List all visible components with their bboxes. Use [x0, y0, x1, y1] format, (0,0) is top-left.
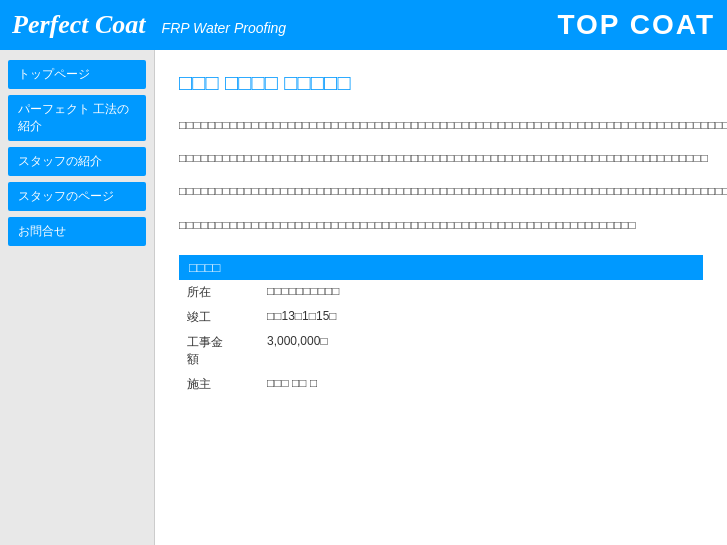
row-label: 竣工 — [179, 305, 239, 330]
row-value: 3,000,000□ — [259, 330, 703, 372]
row-label: 施主 — [179, 372, 239, 397]
paragraph-4: □□□□□□□□□□□□□□□□□□□□□□□□□□□□□□□□□□□□□□□□… — [179, 216, 703, 235]
sidebar: トップページ パーフェクト 工法の紹介 スタッフの紹介 スタッフのページ お問合… — [0, 50, 155, 545]
header: Perfect Coat FRP Water Proofing TOP COAT — [0, 0, 727, 50]
page-title: □□□ □□□□ □□□□□ — [179, 70, 703, 96]
paragraph-1: □□□□□□□□□□□□□□□□□□□□□□□□□□□□□□□□□□□□□□□□… — [179, 116, 703, 135]
sidebar-item-staffpage[interactable]: スタッフのページ — [8, 182, 146, 211]
layout: トップページ パーフェクト 工法の紹介 スタッフの紹介 スタッフのページ お問合… — [0, 50, 727, 545]
sidebar-item-contact[interactable]: お問合せ — [8, 217, 146, 246]
sidebar-item-top[interactable]: トップページ — [8, 60, 146, 89]
main-content: □□□ □□□□ □□□□□ □□□□□□□□□□□□□□□□□□□□□□□□□… — [155, 50, 727, 545]
table-row: 所在 □□□□□□□□□□ — [179, 280, 703, 305]
site-subtitle: FRP Water Proofing — [162, 20, 287, 36]
top-coat-label: TOP COAT — [557, 9, 715, 41]
site-title: Perfect Coat — [12, 10, 146, 40]
sidebar-item-method[interactable]: パーフェクト 工法の紹介 — [8, 95, 146, 141]
paragraph-3: □□□□□□□□□□□□□□□□□□□□□□□□□□□□□□□□□□□□□□□□… — [179, 182, 703, 201]
header-left: Perfect Coat FRP Water Proofing — [12, 10, 286, 40]
row-value: □□13□1□15□ — [259, 305, 703, 330]
row-label: 所在 — [179, 280, 239, 305]
table-row: 竣工 □□13□1□15□ — [179, 305, 703, 330]
paragraph-2: □□□□□□□□□□□□□□□□□□□□□□□□□□□□□□□□□□□□□□□□… — [179, 149, 703, 168]
table-row: 工事金額 3,000,000□ — [179, 330, 703, 372]
table-row: 施主 □□□ □□ □ — [179, 372, 703, 397]
info-table: 所在 □□□□□□□□□□ 竣工 □□13□1□15□ 工事金額 3,000,0… — [179, 280, 703, 397]
row-value: □□□□□□□□□□ — [259, 280, 703, 305]
sidebar-item-staff[interactable]: スタッフの紹介 — [8, 147, 146, 176]
row-value: □□□ □□ □ — [259, 372, 703, 397]
info-section-header: □□□□ — [179, 255, 703, 280]
row-label: 工事金額 — [179, 330, 239, 372]
info-section: □□□□ 所在 □□□□□□□□□□ 竣工 □□13□1□15□ 工事金額 3,… — [179, 255, 703, 397]
